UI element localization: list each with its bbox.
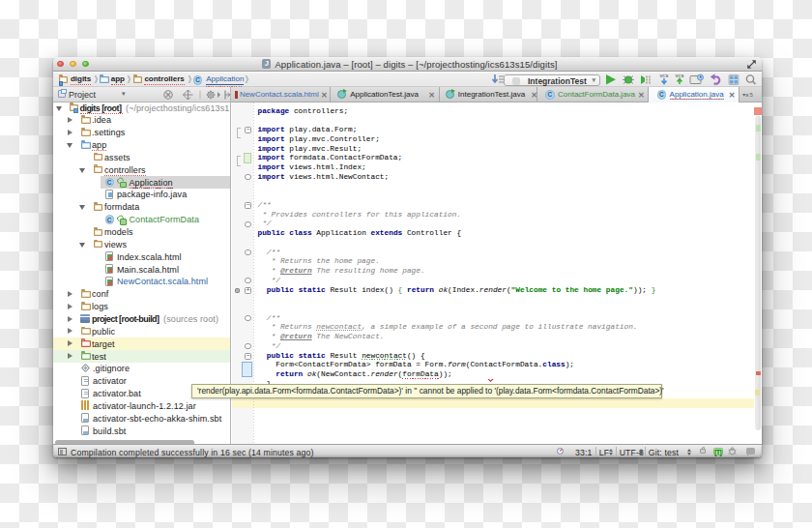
svg-text:VCS: VCS [660,73,669,78]
